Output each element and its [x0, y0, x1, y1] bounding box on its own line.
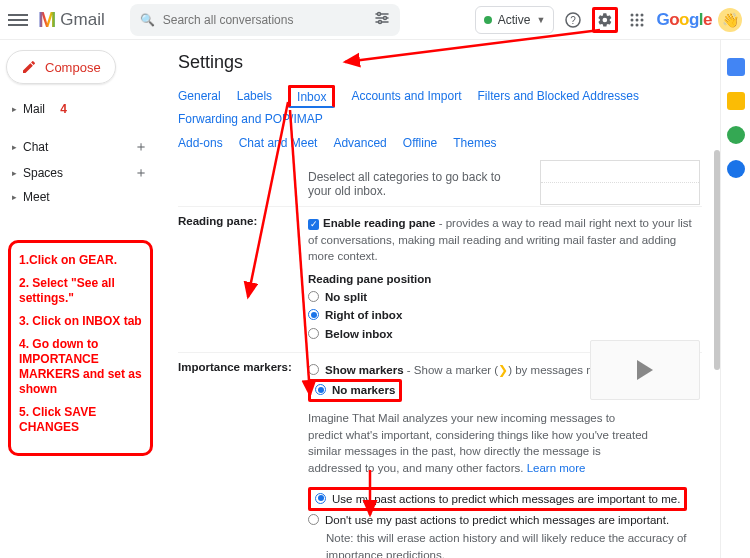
chevron-right-icon: ▸ — [12, 142, 17, 152]
gmail-m-icon: M — [38, 7, 56, 33]
chevron-right-icon: ▸ — [12, 168, 17, 178]
tutorial-step-4: 4. Go down to IMPORTANCE MARKERS and set… — [19, 337, 142, 397]
checkbox-icon[interactable]: ✓ — [308, 219, 319, 230]
settings-gear-icon[interactable] — [592, 7, 618, 33]
radio-no-split[interactable]: No split — [308, 288, 702, 307]
tutorial-step-5: 5. Click SAVE CHANGES — [19, 405, 142, 435]
tab-general[interactable]: General — [178, 85, 221, 108]
gmail-logo[interactable]: M Gmail — [38, 7, 105, 33]
gmail-label: Gmail — [60, 10, 104, 30]
svg-point-16 — [641, 23, 644, 26]
play-icon — [637, 360, 653, 380]
radio-use-past-actions[interactable]: Use my past actions to predict which mes… — [308, 487, 687, 512]
tasks-icon[interactable] — [727, 126, 745, 144]
tutorial-overlay: 1.Click on GEAR. 2. Select "See all sett… — [8, 240, 153, 456]
apps-grid-icon[interactable] — [624, 7, 650, 33]
search-icon: 🔍 — [140, 13, 155, 27]
tab-addons[interactable]: Add-ons — [178, 136, 223, 150]
left-sidebar: Compose ▸Mail 4 ▸Chat ＋ ▸Spaces ＋ ▸Meet … — [0, 40, 160, 558]
svg-point-11 — [631, 18, 634, 21]
svg-point-3 — [377, 13, 380, 16]
tutorial-step-1: 1.Click on GEAR. — [19, 253, 142, 268]
google-logo[interactable]: Google — [656, 10, 712, 30]
tab-accounts[interactable]: Accounts and Import — [351, 85, 461, 108]
keep-icon[interactable] — [727, 92, 745, 110]
tab-themes[interactable]: Themes — [453, 136, 496, 150]
sidebar-item-meet[interactable]: ▸Meet — [6, 186, 154, 208]
status-dot-icon — [484, 16, 492, 24]
plus-icon[interactable]: ＋ — [134, 138, 148, 156]
reading-pane-label: Reading pane: — [178, 215, 308, 344]
svg-point-13 — [641, 18, 644, 21]
settings-tabs: General Labels Inbox Accounts and Import… — [178, 85, 702, 130]
mail-count-badge: 4 — [60, 102, 67, 116]
status-pill[interactable]: Active ▼ — [475, 6, 555, 34]
tab-forwarding[interactable]: Forwarding and POP/IMAP — [178, 108, 323, 130]
status-label: Active — [498, 13, 531, 27]
sidebar-item-spaces[interactable]: ▸Spaces ＋ — [6, 160, 154, 186]
pencil-icon — [21, 59, 37, 75]
importance-markers-label: Importance markers: — [178, 361, 308, 558]
search-options-icon[interactable] — [374, 11, 390, 28]
predict-note: Note: this will erase action history and… — [308, 530, 702, 558]
app-header: M Gmail 🔍 Active ▼ ? Google 👋 — [0, 0, 750, 40]
svg-point-5 — [378, 21, 381, 24]
importance-desc: Imagine That Mail analyzes your new inco… — [308, 412, 648, 474]
contacts-icon[interactable] — [727, 160, 745, 178]
radio-dont-use-past[interactable]: Don't use my past actions to predict whi… — [308, 511, 702, 530]
reading-pane-position-title: Reading pane position — [308, 271, 702, 288]
help-icon[interactable]: ? — [560, 7, 586, 33]
tab-offline[interactable]: Offline — [403, 136, 437, 150]
learn-more-link[interactable]: Learn more — [527, 462, 586, 474]
sidebar-item-mail[interactable]: ▸Mail 4 — [6, 98, 154, 120]
radio-right-inbox[interactable]: Right of inbox — [308, 306, 702, 325]
tab-labels[interactable]: Labels — [237, 85, 272, 108]
plus-icon[interactable]: ＋ — [134, 164, 148, 182]
tutorial-step-2: 2. Select "See all settings." — [19, 276, 142, 306]
scrollbar-thumb[interactable] — [714, 150, 720, 370]
categories-placeholder — [540, 160, 700, 205]
tab-advanced[interactable]: Advanced — [333, 136, 386, 150]
calendar-icon[interactable] — [727, 58, 745, 76]
tab-filters[interactable]: Filters and Blocked Addresses — [478, 85, 639, 108]
enable-reading-pane: Enable reading pane — [323, 217, 435, 229]
settings-main: Settings General Labels Inbox Accounts a… — [160, 40, 720, 558]
svg-point-12 — [636, 18, 639, 21]
side-panel — [720, 40, 750, 558]
tab-inbox[interactable]: Inbox — [288, 85, 335, 108]
tutorial-step-3: 3. Click on INBOX tab — [19, 314, 142, 329]
search-bar[interactable]: 🔍 — [130, 4, 400, 36]
compose-button[interactable]: Compose — [6, 50, 116, 84]
svg-point-9 — [636, 13, 639, 16]
svg-text:?: ? — [571, 15, 577, 26]
account-avatar[interactable]: 👋 — [718, 8, 742, 32]
compose-label: Compose — [45, 60, 101, 75]
svg-point-15 — [636, 23, 639, 26]
search-input[interactable] — [163, 13, 366, 27]
svg-point-14 — [631, 23, 634, 26]
page-title: Settings — [178, 52, 702, 73]
menu-icon[interactable] — [8, 10, 28, 30]
chat-label: Chat — [23, 140, 48, 154]
spaces-label: Spaces — [23, 166, 63, 180]
importance-marker-icon: ❯ — [498, 364, 508, 376]
svg-point-4 — [383, 17, 386, 20]
svg-point-8 — [631, 13, 634, 16]
chevron-right-icon: ▸ — [12, 104, 17, 114]
chevron-down-icon: ▼ — [536, 15, 545, 25]
chevron-right-icon: ▸ — [12, 192, 17, 202]
mail-label: Mail — [23, 102, 45, 116]
meet-label: Meet — [23, 190, 50, 204]
radio-no-markers[interactable]: No markers — [308, 379, 402, 402]
sidebar-item-chat[interactable]: ▸Chat ＋ — [6, 134, 154, 160]
svg-point-10 — [641, 13, 644, 16]
tab-chatmeet[interactable]: Chat and Meet — [239, 136, 318, 150]
deselect-note: Deselect all categories to go back to yo… — [308, 170, 508, 198]
video-thumbnail[interactable] — [590, 340, 700, 400]
